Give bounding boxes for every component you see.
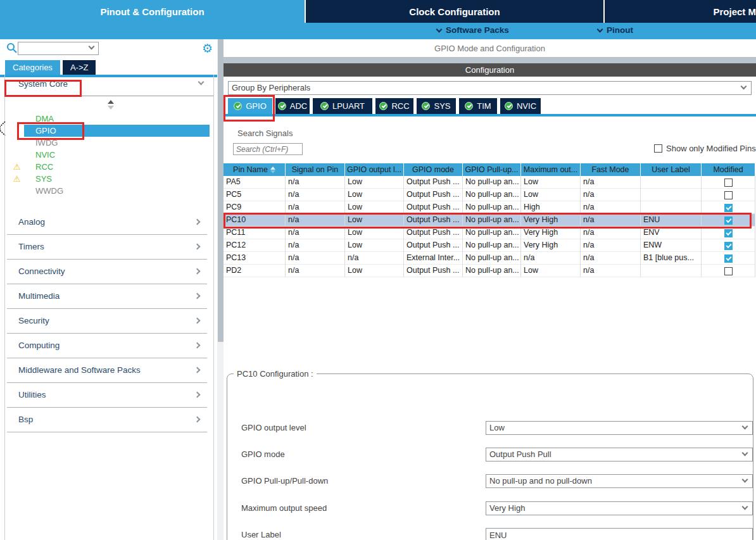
tab-clock-configuration[interactable]: Clock Configuration	[305, 0, 603, 23]
peripheral-tabs-underline	[224, 114, 756, 116]
tab-gpio[interactable]: GPIO	[228, 98, 272, 114]
column-signal-on-pin[interactable]: Signal on Pin	[286, 163, 345, 176]
category-label: Utilities	[18, 390, 46, 399]
field-user-label: User Label	[227, 528, 753, 540]
sidebar-item-rcc[interactable]: ⚠RCC	[24, 161, 210, 173]
sidebar-item-dma[interactable]: ⚠DMA	[24, 113, 210, 125]
column-gpio-pull[interactable]: GPIO Pull-up...	[463, 163, 521, 176]
table-row-pc12[interactable]: PC12n/aLowOutput Push ...No pull-up an..…	[224, 239, 755, 252]
category-computing[interactable]: Computing	[7, 334, 207, 358]
modified-checkbox[interactable]	[724, 229, 733, 237]
category-label: Bsp	[18, 415, 33, 424]
check-circle-icon	[234, 102, 242, 110]
sort-icon[interactable]	[270, 166, 275, 173]
category-label: Security	[18, 316, 49, 325]
search-signals-input[interactable]	[233, 143, 303, 155]
table-row-pa5[interactable]: PA5n/aLowOutput Push ...No pull-up an...…	[224, 176, 755, 189]
item-label: WWDG	[35, 186, 63, 196]
tab-nvic[interactable]: NVIC	[500, 98, 541, 114]
sidebar-search-combobox[interactable]	[18, 42, 99, 55]
sidebar-item-gpio[interactable]: ⚠GPIO	[24, 125, 210, 137]
tab-sys[interactable]: SYS	[417, 98, 456, 114]
category-security[interactable]: Security	[7, 309, 207, 334]
modified-checkbox[interactable]	[724, 217, 733, 225]
pinout-menu[interactable]: Pinout	[598, 25, 633, 35]
category-label: Analog	[18, 217, 45, 227]
field-label: Maximum output speed	[241, 503, 327, 513]
user-label-input[interactable]	[486, 528, 753, 540]
modified-checkbox[interactable]	[724, 267, 733, 275]
column-fast-mode[interactable]: Fast Mode	[581, 163, 641, 176]
modified-checkbox[interactable]	[724, 179, 733, 187]
column-user-label[interactable]: User Label	[641, 163, 702, 176]
category-bsp[interactable]: Bsp	[7, 408, 207, 432]
tab-pinout-configuration[interactable]: Pinout & Configuration	[0, 0, 305, 23]
group-by-select[interactable]: Group By Peripherals	[228, 81, 752, 95]
gear-icon[interactable]: ⚙	[202, 41, 213, 56]
peripherals-sidebar: ⚙ Categories A->Z System Core ⚠DMA ⚠GPIO	[0, 39, 217, 540]
category-middleware[interactable]: Middleware and Software Packs	[7, 358, 207, 383]
tab-rcc[interactable]: RCC	[375, 98, 413, 114]
tab-label: TIM	[477, 101, 491, 111]
table-row-pc5[interactable]: PC5n/aLowOutput Push ...No pull-up an...…	[224, 189, 755, 201]
table-row-pc9[interactable]: PC9n/aLowOutput Push ...No pull-up an...…	[224, 201, 755, 214]
tab-project-manager[interactable]: Project M	[603, 0, 756, 23]
divider-strip	[224, 57, 756, 63]
tab-lpuart[interactable]: LPUART	[313, 98, 372, 114]
column-gpio-output-level[interactable]: GPIO output l...	[345, 163, 404, 176]
chevron-down-icon	[198, 79, 205, 85]
category-timers[interactable]: Timers	[7, 235, 207, 260]
section-system-core[interactable]: System Core	[5, 75, 213, 96]
column-pin-name[interactable]: Pin Name	[224, 163, 286, 176]
gpio-output-level-select[interactable]: Low	[486, 421, 753, 435]
table-row-pc10[interactable]: PC10n/aLowOutput Push ...No pull-up an..…	[224, 214, 755, 227]
sidebar-item-wwdg[interactable]: ⚠WWDG	[24, 185, 210, 197]
chevron-down-icon	[742, 504, 748, 510]
search-icon[interactable]	[6, 42, 17, 56]
software-packs-menu[interactable]: Software Packs	[437, 25, 509, 35]
category-analog[interactable]: Analog	[7, 210, 207, 235]
category-connectivity[interactable]: Connectivity	[7, 260, 207, 284]
group-by-value: Group By Peripherals	[232, 83, 310, 92]
show-modified-filter[interactable]: Show only Modified Pins	[654, 144, 756, 153]
field-label: GPIO Pull-up/Pull-down	[241, 476, 328, 486]
modified-checkbox[interactable]	[724, 242, 733, 250]
column-gpio-mode[interactable]: GPIO mode	[404, 163, 463, 176]
gpio-pull-select[interactable]: No pull-up and no pull-down	[486, 474, 753, 488]
column-maximum-output[interactable]: Maximum out...	[521, 163, 581, 176]
list-spinner[interactable]	[5, 96, 213, 113]
sidebar-item-nvic[interactable]: ⚠NVIC	[24, 149, 210, 161]
category-label: Multimedia	[18, 291, 60, 301]
show-modified-checkbox[interactable]	[654, 144, 662, 153]
tab-label: A->Z	[70, 63, 89, 72]
sidebar-item-iwdg[interactable]: ⚠IWDG	[24, 137, 210, 149]
categories-panel: System Core ⚠DMA ⚠GPIO ⚠IWDG ⚠NVIC ⚠RCC …	[4, 75, 214, 540]
tab-adc[interactable]: ADC	[275, 98, 310, 114]
modified-checkbox[interactable]	[724, 204, 733, 212]
maximum-output-speed-select[interactable]: Very High	[486, 501, 753, 515]
tab-label: Project M	[713, 6, 756, 17]
chevron-down-icon	[89, 44, 95, 50]
table-row-pd2[interactable]: PD2n/aLowOutput Push ...No pull-up an...…	[224, 265, 755, 277]
table-row-pc13[interactable]: PC13n/an/aExternal Inter...No pull-up an…	[224, 252, 755, 265]
chevron-down-icon	[436, 26, 443, 32]
chevron-right-icon	[194, 219, 201, 225]
software-packs-label: Software Packs	[446, 25, 509, 35]
modified-checkbox[interactable]	[724, 191, 733, 199]
check-circle-icon	[320, 102, 329, 110]
category-utilities[interactable]: Utilities	[7, 383, 207, 408]
tab-label: GPIO	[246, 101, 267, 111]
panel-title-text: GPIO Mode and Configuration	[434, 44, 545, 53]
tab-label: NVIC	[517, 101, 536, 111]
tab-tim[interactable]: TIM	[459, 98, 497, 114]
sidebar-item-sys[interactable]: ⚠SYS	[24, 173, 210, 185]
table-row-pc11[interactable]: PC11n/aLowOutput Push ...No pull-up an..…	[224, 227, 755, 239]
modified-checkbox[interactable]	[724, 254, 733, 263]
tab-categories[interactable]: Categories	[5, 60, 60, 75]
tab-a-to-z[interactable]: A->Z	[63, 60, 96, 75]
category-multimedia[interactable]: Multimedia	[7, 284, 207, 309]
tab-label: Pinout & Configuration	[100, 6, 204, 17]
gpio-mode-select[interactable]: Output Push Pull	[486, 448, 753, 462]
show-modified-label: Show only Modified Pins	[666, 144, 756, 153]
column-modified[interactable]: Modified	[702, 163, 755, 176]
